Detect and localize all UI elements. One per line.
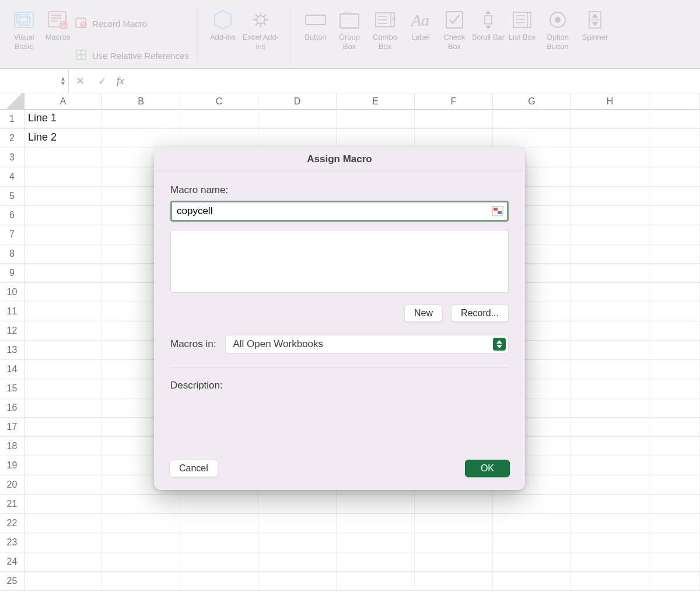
cell[interactable] bbox=[102, 495, 180, 513]
label-button[interactable]: Aa Label bbox=[404, 6, 438, 42]
cell[interactable] bbox=[415, 129, 493, 148]
cell[interactable] bbox=[571, 129, 649, 148]
combo-box-button[interactable]: Combo Box bbox=[366, 6, 404, 52]
cell[interactable] bbox=[24, 225, 102, 244]
cell[interactable] bbox=[24, 475, 102, 494]
cell[interactable] bbox=[337, 572, 415, 590]
cell[interactable] bbox=[24, 321, 102, 340]
cell[interactable] bbox=[258, 572, 337, 590]
row-header[interactable]: 19 bbox=[0, 456, 24, 475]
cell[interactable] bbox=[415, 110, 493, 128]
cell[interactable] bbox=[571, 360, 649, 379]
column-header[interactable]: G bbox=[493, 93, 571, 109]
cell[interactable] bbox=[24, 572, 102, 590]
row-header[interactable]: 14 bbox=[0, 360, 24, 379]
row-header[interactable]: 2 bbox=[0, 129, 24, 148]
cell[interactable] bbox=[24, 167, 102, 186]
column-header[interactable]: A bbox=[24, 93, 102, 109]
column-header[interactable]: B bbox=[102, 93, 180, 109]
addins-button[interactable]: Add-ins bbox=[206, 6, 240, 42]
cell[interactable] bbox=[337, 495, 415, 513]
cell[interactable] bbox=[493, 495, 571, 513]
option-button-button[interactable]: Option Button bbox=[539, 6, 576, 52]
cell[interactable] bbox=[571, 283, 649, 302]
cell[interactable] bbox=[493, 514, 571, 533]
cell[interactable] bbox=[24, 398, 102, 417]
name-box-stepper[interactable]: ▲▼ bbox=[60, 76, 66, 86]
record-macro-button-dialog[interactable]: Record... bbox=[451, 304, 509, 322]
row-header[interactable]: 12 bbox=[0, 321, 24, 340]
collapse-dialog-icon[interactable] bbox=[492, 206, 503, 216]
cell[interactable] bbox=[571, 456, 649, 475]
cell[interactable] bbox=[571, 264, 649, 282]
column-header[interactable]: H bbox=[571, 93, 649, 109]
cell[interactable] bbox=[258, 514, 337, 533]
row-header[interactable]: 11 bbox=[0, 302, 24, 321]
cell[interactable] bbox=[493, 552, 571, 571]
cell[interactable] bbox=[24, 418, 102, 436]
cell[interactable] bbox=[571, 302, 649, 321]
cell[interactable] bbox=[258, 552, 337, 571]
cell[interactable] bbox=[493, 572, 571, 590]
cell[interactable] bbox=[337, 110, 415, 128]
row-header[interactable]: 18 bbox=[0, 437, 24, 456]
excel-addins-button[interactable]: Excel Add-ins bbox=[240, 6, 282, 52]
cell[interactable] bbox=[571, 321, 649, 340]
form-button-button[interactable]: Button bbox=[299, 6, 332, 42]
cell[interactable] bbox=[571, 341, 649, 359]
cell[interactable] bbox=[415, 552, 493, 571]
cell[interactable] bbox=[571, 418, 649, 436]
cell[interactable] bbox=[24, 495, 102, 513]
cell[interactable] bbox=[571, 398, 649, 417]
cell[interactable] bbox=[24, 533, 102, 552]
macros-in-select[interactable]: All Open Workbooks bbox=[225, 335, 509, 354]
use-relative-references-button[interactable]: Use Relative References bbox=[75, 46, 189, 65]
column-header[interactable]: D bbox=[258, 93, 337, 109]
insert-function-button[interactable]: fx bbox=[113, 69, 127, 93]
cell[interactable] bbox=[415, 495, 493, 513]
cell[interactable] bbox=[571, 552, 649, 571]
cell[interactable] bbox=[102, 514, 180, 533]
cell[interactable] bbox=[571, 187, 649, 205]
cell[interactable] bbox=[180, 572, 258, 590]
cell[interactable] bbox=[258, 495, 337, 513]
cell[interactable] bbox=[493, 129, 571, 148]
row-header[interactable]: 3 bbox=[0, 148, 24, 167]
row-header[interactable]: 7 bbox=[0, 225, 24, 244]
cancel-button[interactable]: Cancel bbox=[169, 460, 218, 477]
cell[interactable] bbox=[24, 360, 102, 379]
cell[interactable] bbox=[415, 514, 493, 533]
cell[interactable] bbox=[571, 110, 649, 128]
cell[interactable] bbox=[571, 167, 649, 186]
cell[interactable] bbox=[180, 110, 258, 128]
scroll-bar-button[interactable]: Scroll Bar bbox=[471, 6, 505, 42]
cell[interactable] bbox=[337, 552, 415, 571]
cell[interactable] bbox=[337, 129, 415, 148]
column-header[interactable]: C bbox=[180, 93, 258, 109]
cell[interactable] bbox=[24, 379, 102, 398]
row-header[interactable]: 5 bbox=[0, 187, 24, 205]
cell[interactable] bbox=[571, 495, 649, 513]
select-all-corner[interactable] bbox=[0, 93, 24, 109]
cell[interactable] bbox=[493, 533, 571, 552]
column-header[interactable]: E bbox=[337, 93, 415, 109]
macro-list[interactable] bbox=[170, 230, 509, 293]
ok-button[interactable]: OK bbox=[465, 460, 510, 477]
row-header[interactable]: 23 bbox=[0, 533, 24, 552]
cell[interactable] bbox=[102, 572, 180, 590]
spinner-button[interactable]: Spinner bbox=[576, 6, 614, 42]
cancel-entry-button[interactable]: ✕ bbox=[69, 69, 91, 93]
cell[interactable] bbox=[571, 225, 649, 244]
cell[interactable] bbox=[415, 572, 493, 590]
cell[interactable] bbox=[337, 514, 415, 533]
row-header[interactable]: 1 bbox=[0, 110, 24, 128]
cell[interactable] bbox=[180, 495, 258, 513]
row-header[interactable]: 24 bbox=[0, 552, 24, 571]
cell[interactable]: Line 1 bbox=[24, 110, 102, 128]
cell[interactable] bbox=[24, 264, 102, 282]
cell[interactable] bbox=[24, 456, 102, 475]
cell[interactable] bbox=[24, 283, 102, 302]
cell[interactable] bbox=[258, 110, 337, 128]
row-header[interactable]: 21 bbox=[0, 495, 24, 513]
column-header[interactable]: F bbox=[415, 93, 493, 109]
